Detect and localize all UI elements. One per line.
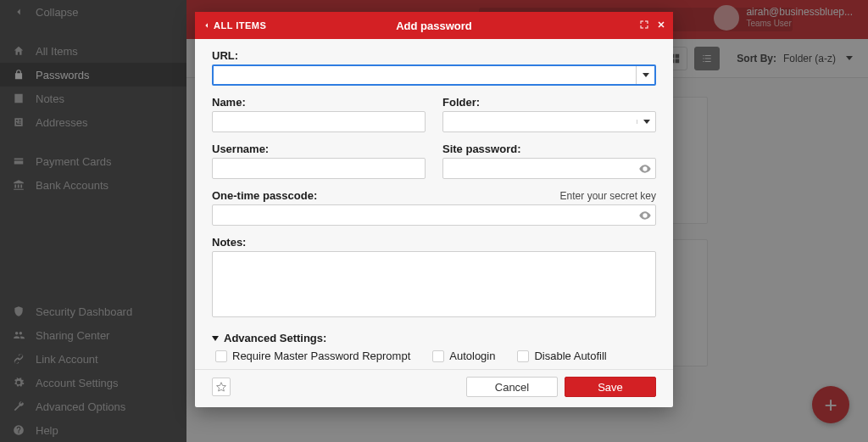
dialog-title: Add password xyxy=(195,20,673,32)
notes-input[interactable] xyxy=(212,251,656,317)
notes-label: Notes: xyxy=(212,236,656,249)
checkbox-icon xyxy=(432,350,444,362)
otp-input[interactable] xyxy=(213,209,635,221)
checkbox-icon xyxy=(215,350,227,362)
name-input[interactable] xyxy=(213,115,425,128)
save-label: Save xyxy=(598,381,623,394)
otp-label: One-time passcode: xyxy=(212,189,317,202)
reprompt-checkbox[interactable]: Require Master Password Reprompt xyxy=(215,350,410,362)
dialog-header: ALL ITEMS Add password xyxy=(195,12,673,39)
username-input[interactable] xyxy=(213,162,425,175)
url-input[interactable] xyxy=(214,66,636,84)
disable-autofill-checkbox[interactable]: Disable Autofill xyxy=(517,350,606,362)
folder-dropdown-icon[interactable] xyxy=(637,120,655,124)
advanced-label: Advanced Settings: xyxy=(224,332,326,344)
favorite-button[interactable] xyxy=(212,378,231,396)
autologin-checkbox[interactable]: Autologin xyxy=(432,350,495,362)
expand-icon[interactable] xyxy=(639,20,649,32)
cancel-label: Cancel xyxy=(495,381,529,394)
site-password-input[interactable] xyxy=(443,162,635,175)
disable-autofill-label: Disable Autofill xyxy=(534,350,606,362)
url-field[interactable] xyxy=(212,64,656,86)
add-password-dialog: ALL ITEMS Add password URL: Name: xyxy=(195,12,673,407)
checkbox-icon xyxy=(517,350,529,362)
dialog-footer: Cancel Save xyxy=(195,369,673,407)
autologin-label: Autologin xyxy=(449,350,495,362)
folder-label: Folder: xyxy=(442,96,656,109)
back-label: ALL ITEMS xyxy=(214,20,266,31)
name-label: Name: xyxy=(212,96,426,109)
sitepw-label: Site password: xyxy=(442,143,656,155)
eye-icon[interactable] xyxy=(635,209,655,222)
advanced-toggle[interactable]: Advanced Settings: xyxy=(212,332,656,344)
folder-input[interactable] xyxy=(443,115,637,128)
otp-hint: Enter your secret key xyxy=(560,190,656,202)
cancel-button[interactable]: Cancel xyxy=(466,377,558,397)
back-button[interactable]: ALL ITEMS xyxy=(195,20,266,31)
url-dropdown-icon[interactable] xyxy=(636,66,654,84)
eye-icon[interactable] xyxy=(635,162,655,176)
url-label: URL: xyxy=(212,49,656,62)
close-icon[interactable] xyxy=(656,20,666,32)
reprompt-label: Require Master Password Reprompt xyxy=(232,350,410,362)
username-label: Username: xyxy=(212,143,426,155)
save-button[interactable]: Save xyxy=(565,377,656,397)
